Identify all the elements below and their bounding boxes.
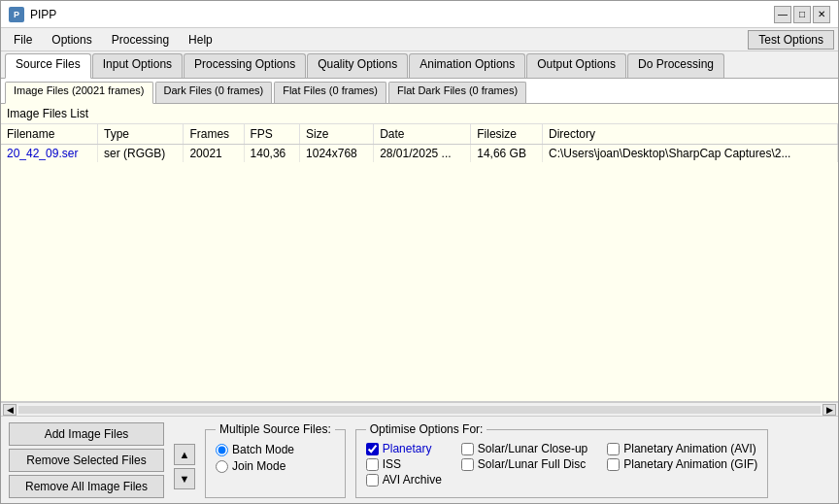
close-button[interactable]: ✕ <box>813 6 830 23</box>
solar-closeup-checkbox[interactable] <box>461 443 474 455</box>
col-type: Type <box>97 124 183 145</box>
sub-tab-dark-files[interactable]: Dark Files (0 frames) <box>155 82 273 103</box>
multiple-source-files-group: Multiple Source Files: Batch Mode Join M… <box>205 422 346 498</box>
section-label: Image Files List <box>1 104 838 124</box>
col-filesize: Filesize <box>471 124 543 145</box>
file-table-container[interactable]: Filename Type Frames FPS Size Date Files… <box>1 124 838 402</box>
menu-file[interactable]: File <box>5 30 41 50</box>
move-down-button[interactable]: ▼ <box>174 468 195 489</box>
arrow-group: ▲ ▼ <box>174 444 195 489</box>
iss-option: ISS <box>366 457 442 471</box>
iss-checkbox[interactable] <box>366 458 379 471</box>
main-tab-bar: Source Files Input Options Processing Op… <box>1 51 838 79</box>
title-bar: P PIPP — □ ✕ <box>1 1 838 28</box>
batch-mode-option: Batch Mode <box>216 443 335 456</box>
multiple-source-files-label: Multiple Source Files: <box>216 422 335 436</box>
join-mode-label[interactable]: Join Mode <box>232 459 285 473</box>
title-bar-controls: — □ ✕ <box>774 6 830 23</box>
app-icon: P <box>9 7 24 22</box>
planetary-avi-label[interactable]: Planetary Animation (AVI) <box>623 442 756 455</box>
content-area: Image Files List Filename Type Frames FP… <box>1 104 838 416</box>
iss-label[interactable]: ISS <box>383 457 401 471</box>
optimise-checkboxes: Planetary Solar/Lunar Close-up Planetary… <box>366 442 758 487</box>
cell-filename: 20_42_09.ser <box>1 145 97 163</box>
remove-all-image-files-button[interactable]: Remove All Image Files <box>9 475 164 498</box>
solar-fulldisc-label[interactable]: Solar/Lunar Full Disc <box>478 457 586 471</box>
menu-processing[interactable]: Processing <box>103 30 178 50</box>
main-window: P PIPP — □ ✕ File Options Processing Hel… <box>0 0 839 504</box>
cell-fps: 140,36 <box>244 145 300 163</box>
tab-source-files[interactable]: Source Files <box>5 53 91 79</box>
col-filename: Filename <box>1 124 97 145</box>
test-options-button[interactable]: Test Options <box>748 30 834 50</box>
col-date: Date <box>374 124 471 145</box>
avi-archive-label[interactable]: AVI Archive <box>383 473 442 487</box>
table-row[interactable]: 20_42_09.ser ser (RGGB) 20021 140,36 102… <box>1 145 838 163</box>
planetary-label[interactable]: Planetary <box>383 442 432 455</box>
solar-fulldisc-option: Solar/Lunar Full Disc <box>461 457 587 471</box>
join-mode-option: Join Mode <box>216 459 335 473</box>
planetary-avi-option: Planetary Animation (AVI) <box>607 442 757 455</box>
avi-archive-checkbox[interactable] <box>366 474 379 487</box>
move-up-button[interactable]: ▲ <box>174 444 195 465</box>
action-buttons: Add Image Files Remove Selected Files Re… <box>9 422 164 498</box>
cell-type: ser (RGGB) <box>97 145 183 163</box>
planetary-avi-checkbox[interactable] <box>607 443 620 455</box>
solar-fulldisc-checkbox[interactable] <box>461 458 474 471</box>
tab-output-options[interactable]: Output Options <box>526 53 626 78</box>
menu-options[interactable]: Options <box>43 30 100 50</box>
tab-do-processing[interactable]: Do Processing <box>627 53 724 78</box>
batch-mode-radio[interactable] <box>216 444 228 456</box>
scroll-track <box>18 406 821 414</box>
cell-filesize: 14,66 GB <box>471 145 543 163</box>
menu-items: File Options Processing Help <box>5 30 221 50</box>
menu-bar: File Options Processing Help Test Option… <box>1 28 838 51</box>
horizontal-scrollbar[interactable]: ◀ ▶ <box>1 402 838 416</box>
tab-animation-options[interactable]: Animation Options <box>409 53 525 78</box>
title-bar-left: P PIPP <box>9 7 56 22</box>
tab-input-options[interactable]: Input Options <box>92 53 183 78</box>
optimise-options-group: Optimise Options For: Planetary Solar/Lu… <box>355 422 769 498</box>
sub-tab-bar: Image Files (20021 frames) Dark Files (0… <box>1 79 838 104</box>
bottom-panel: Add Image Files Remove Selected Files Re… <box>1 416 838 503</box>
optimise-options-label: Optimise Options For: <box>366 422 487 436</box>
remove-selected-files-button[interactable]: Remove Selected Files <box>9 449 164 472</box>
solar-closeup-option: Solar/Lunar Close-up <box>461 442 587 455</box>
scroll-left-button[interactable]: ◀ <box>3 404 17 416</box>
minimize-button[interactable]: — <box>774 6 791 23</box>
tab-processing-options[interactable]: Processing Options <box>184 53 306 78</box>
cell-size: 1024x768 <box>300 145 374 163</box>
planetary-option: Planetary <box>366 442 442 455</box>
join-mode-radio[interactable] <box>216 460 228 473</box>
add-image-files-button[interactable]: Add Image Files <box>9 422 164 446</box>
avi-archive-option: AVI Archive <box>366 473 442 487</box>
file-table: Filename Type Frames FPS Size Date Files… <box>1 124 838 162</box>
menu-help[interactable]: Help <box>180 30 221 50</box>
sub-tab-image-files[interactable]: Image Files (20021 frames) <box>5 82 153 104</box>
solar-closeup-label[interactable]: Solar/Lunar Close-up <box>478 442 587 455</box>
planetary-gif-option: Planetary Animation (GIF) <box>607 457 757 471</box>
col-frames: Frames <box>184 124 244 145</box>
sub-tab-flat-dark-files[interactable]: Flat Dark Files (0 frames) <box>388 82 526 103</box>
planetary-checkbox[interactable] <box>366 443 379 455</box>
file-link[interactable]: 20_42_09.ser <box>7 147 78 160</box>
window-title: PIPP <box>30 8 56 21</box>
planetary-gif-checkbox[interactable] <box>607 458 620 471</box>
cell-frames: 20021 <box>184 145 244 163</box>
sub-tab-flat-files[interactable]: Flat Files (0 frames) <box>274 82 386 103</box>
col-size: Size <box>300 124 374 145</box>
scroll-right-button[interactable]: ▶ <box>822 404 836 416</box>
maximize-button[interactable]: □ <box>793 6 811 23</box>
tab-quality-options[interactable]: Quality Options <box>307 53 408 78</box>
cell-date: 28/01/2025 ... <box>374 145 471 163</box>
col-directory: Directory <box>543 124 838 145</box>
planetary-gif-label[interactable]: Planetary Animation (GIF) <box>623 457 757 471</box>
batch-mode-label[interactable]: Batch Mode <box>232 443 294 456</box>
cell-directory: C:\Users\joan\Desktop\SharpCap Captures\… <box>543 145 838 163</box>
col-fps: FPS <box>244 124 300 145</box>
